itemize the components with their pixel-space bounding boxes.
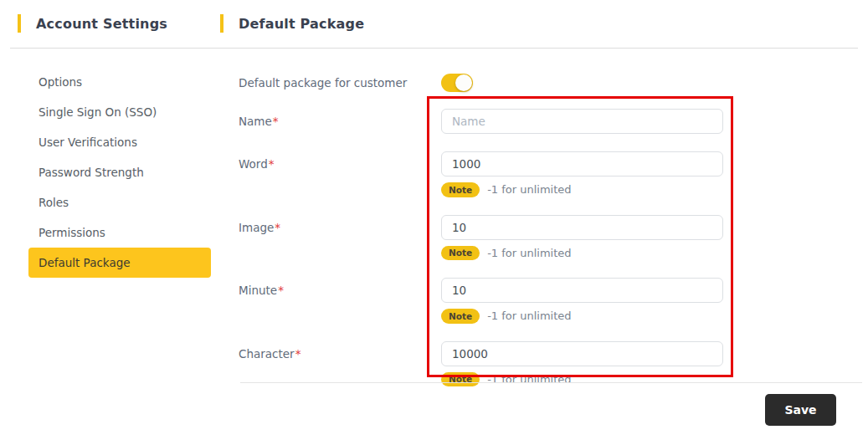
required-asterisk: *: [295, 347, 301, 361]
character-label: Character*: [239, 341, 441, 387]
default-package-form: Default package for customer Name* Word*…: [239, 74, 734, 404]
field-row-character: Character* Note -1 for unlimited: [239, 341, 734, 387]
required-asterisk: *: [269, 157, 275, 171]
required-asterisk: *: [275, 221, 280, 234]
sidebar-item-roles[interactable]: Roles: [28, 187, 211, 217]
note-text: -1 for unlimited: [487, 309, 571, 322]
note-badge: Note: [441, 246, 480, 261]
toggle-label: Default package for customer: [239, 76, 441, 90]
yellow-accent-bar: [18, 14, 21, 33]
image-label: Image*: [239, 215, 441, 261]
note-text: -1 for unlimited: [487, 183, 571, 196]
field-row-minute: Minute* Note -1 for unlimited: [239, 278, 734, 324]
sidebar-item-default-package[interactable]: Default Package: [28, 248, 211, 278]
field-row-image: Image* Note -1 for unlimited: [239, 215, 734, 261]
sidebar-item-password-strength[interactable]: Password Strength: [28, 157, 211, 187]
account-settings-page: Account Settings Default Package Options…: [0, 0, 868, 445]
default-package-toggle[interactable]: [441, 74, 473, 92]
toggle-knob: [455, 74, 472, 91]
note-row: Note -1 for unlimited: [441, 246, 723, 261]
word-label: Word*: [239, 151, 441, 197]
note-badge: Note: [441, 372, 480, 387]
settings-sidebar: Options Single Sign On (SSO) User Verifi…: [28, 67, 211, 278]
required-asterisk: *: [278, 284, 284, 297]
word-input[interactable]: [441, 151, 723, 176]
note-badge: Note: [441, 182, 480, 197]
note-text: -1 for unlimited: [487, 373, 571, 386]
character-input[interactable]: [441, 341, 723, 366]
field-row-name: Name*: [239, 109, 734, 134]
sidebar-item-sso[interactable]: Single Sign On (SSO): [28, 97, 211, 127]
page-title: Account Settings: [36, 16, 167, 32]
save-button[interactable]: Save: [765, 394, 836, 426]
field-row-word: Word* Note -1 for unlimited: [239, 151, 734, 197]
sidebar-item-options[interactable]: Options: [28, 67, 211, 97]
required-asterisk: *: [273, 115, 279, 128]
section-header: Account Settings: [18, 14, 167, 33]
note-badge: Note: [441, 309, 480, 324]
image-input[interactable]: [441, 215, 723, 240]
header-divider: [10, 48, 858, 49]
sidebar-item-permissions[interactable]: Permissions: [28, 217, 211, 248]
minute-input[interactable]: [441, 278, 723, 303]
minute-label: Minute*: [239, 278, 441, 324]
footer-divider: [240, 382, 862, 383]
note-text: -1 for unlimited: [487, 247, 571, 259]
note-row: Note -1 for unlimited: [441, 182, 723, 197]
toggle-row: Default package for customer: [239, 74, 734, 92]
note-row: Note -1 for unlimited: [441, 309, 723, 324]
yellow-accent-bar: [220, 14, 223, 33]
name-input[interactable]: [441, 109, 723, 134]
panel-title: Default Package: [239, 16, 364, 32]
name-label: Name*: [239, 109, 441, 134]
note-row: Note -1 for unlimited: [441, 372, 723, 387]
panel-header: Default Package: [220, 14, 364, 33]
sidebar-item-user-verifications[interactable]: User Verifications: [28, 127, 211, 157]
